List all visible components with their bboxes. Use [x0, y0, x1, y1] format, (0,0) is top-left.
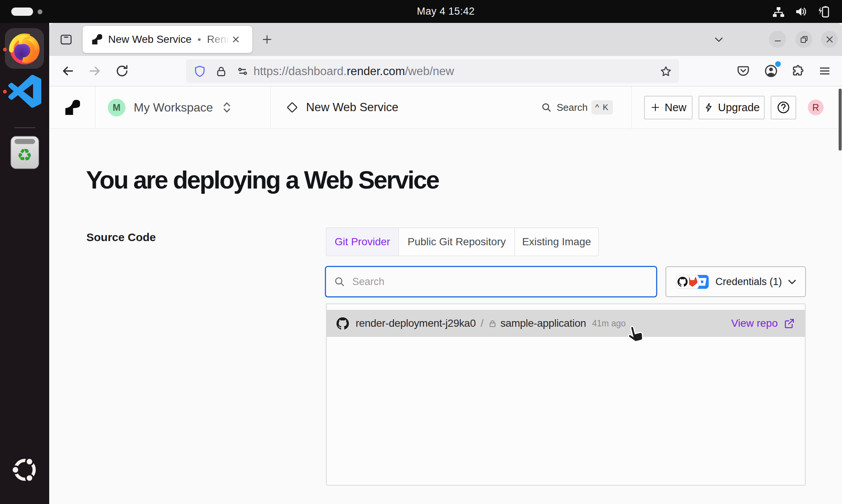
upgrade-button-label: Upgrade [718, 101, 760, 114]
workspace-selector[interactable]: M My Workspace [95, 99, 270, 116]
firefox-icon [7, 31, 42, 66]
help-button[interactable] [771, 96, 796, 119]
workspace-indicator-dot[interactable] [38, 9, 42, 14]
bookmark-star-icon[interactable] [659, 65, 672, 78]
user-avatar[interactable]: R [808, 100, 824, 115]
header-actions: New Upgrade R [644, 96, 842, 119]
dock-item-firefox[interactable] [0, 27, 49, 75]
github-credential-badge [676, 275, 689, 289]
browser-window: New Web Service • Rend [49, 23, 842, 504]
mouse-cursor-pointer [627, 325, 644, 344]
repo-separator: / [481, 317, 484, 329]
dashboard-header: M My Workspace New Web Service Search ^ … [49, 86, 842, 129]
workspace-avatar: M [108, 99, 125, 116]
pocket-button[interactable] [733, 60, 754, 81]
forward-button[interactable] [84, 60, 105, 81]
view-repo-label: View repo [731, 317, 778, 329]
github-icon [678, 277, 688, 287]
vscode-running-dot [3, 90, 7, 94]
render-home-link[interactable] [49, 100, 95, 115]
dock-item-trash[interactable]: ♻ [0, 136, 49, 176]
firefox-view-button[interactable] [58, 30, 74, 49]
window-restore-button[interactable] [795, 31, 812, 48]
system-status-icons[interactable] [772, 0, 831, 23]
dock: ♻ [0, 23, 49, 504]
ubuntu-logo-icon [10, 455, 39, 484]
battery-icon [817, 6, 831, 18]
minimize-icon [774, 35, 782, 44]
puzzle-icon [791, 64, 805, 78]
window-close-button[interactable] [821, 31, 838, 48]
tab-title-separator: • [198, 34, 201, 45]
permissions-icon[interactable] [236, 65, 249, 78]
repo-org: render-deployment-j29ka0 [356, 317, 476, 329]
system-clock[interactable]: May 4 15:42 [50, 0, 842, 23]
external-link-icon [783, 318, 795, 329]
browser-tab[interactable]: New Web Service • Rend [83, 26, 252, 53]
reload-button[interactable] [112, 60, 133, 81]
url-bar[interactable]: https://dashboard.render.com/web/new [186, 59, 679, 83]
workspace-indicator-pill[interactable] [11, 8, 33, 16]
dock-divider [14, 127, 35, 128]
search-icon [333, 275, 346, 288]
plus-icon [650, 102, 661, 113]
search-shortcut-badge: ^ K [592, 100, 613, 115]
tab-public-git-repository[interactable]: Public Git Repository [399, 228, 515, 256]
menu-button[interactable] [814, 60, 835, 81]
chevron-down-icon [786, 275, 798, 288]
tab-favicon-render-icon [92, 34, 102, 45]
credentials-select[interactable]: Credentials (1) [665, 266, 806, 297]
reload-icon [115, 64, 129, 78]
back-button[interactable] [57, 60, 78, 81]
search-icon [541, 102, 552, 113]
network-icon [772, 6, 785, 18]
browser-nav-toolbar: https://dashboard.render.com/web/new [49, 56, 842, 86]
restore-icon [800, 35, 809, 44]
vscode-icon [8, 75, 41, 108]
dock-item-ubuntu[interactable] [0, 455, 49, 500]
forward-icon [87, 63, 102, 78]
recycle-symbol-icon: ♻ [0, 144, 49, 166]
back-icon [60, 63, 75, 78]
new-tab-button[interactable] [259, 31, 275, 48]
tab-existing-image[interactable]: Existing Image [515, 228, 599, 256]
url-text[interactable]: https://dashboard.render.com/web/new [254, 65, 659, 78]
workspace-updown-icon [221, 101, 232, 114]
tab-close-button[interactable] [231, 35, 241, 44]
credentials-label: Credentials (1) [715, 276, 782, 288]
close-icon [231, 35, 241, 44]
tab-title: New Web Service [108, 33, 192, 45]
global-search-button[interactable]: Search ^ K [541, 100, 631, 115]
repo-row[interactable]: render-deployment-j29ka0 / sample-applic… [327, 310, 805, 337]
lightning-icon [703, 102, 714, 113]
new-button-label: New [665, 101, 687, 114]
tab-git-provider[interactable]: Git Provider [326, 228, 399, 256]
page-title: New Web Service [306, 101, 398, 114]
service-diamond-icon [286, 101, 299, 114]
close-icon [825, 35, 834, 44]
new-button[interactable]: New [644, 96, 693, 119]
render-dashboard-page: M My Workspace New Web Service Search ^ … [49, 86, 842, 504]
upgrade-button[interactable]: Upgrade [699, 96, 765, 119]
search-label: Search [557, 102, 587, 113]
page-heading: You are deploying a Web Service [86, 167, 439, 192]
dock-item-vscode[interactable] [0, 75, 49, 118]
browser-tab-bar: New Web Service • Rend [49, 23, 842, 56]
repo-search-input[interactable] [352, 276, 649, 288]
lock-icon [488, 319, 497, 328]
source-code-label: Source Code [86, 231, 156, 244]
view-repo-link[interactable]: View repo [731, 317, 795, 329]
tracking-protection-shield-icon[interactable] [193, 65, 206, 78]
pocket-icon [736, 64, 750, 78]
system-top-bar: May 4 15:42 [0, 0, 842, 23]
account-button[interactable] [761, 60, 782, 81]
page-scrollbar-thumb[interactable] [839, 89, 842, 151]
list-all-tabs-button[interactable] [710, 31, 727, 48]
lock-icon[interactable] [215, 65, 227, 77]
github-icon [336, 317, 349, 330]
window-minimize-button[interactable] [769, 31, 786, 48]
account-notification-dot [775, 61, 781, 67]
extensions-button[interactable] [788, 60, 809, 81]
breadcrumb: New Web Service [271, 101, 541, 114]
repo-search-box [325, 266, 657, 297]
